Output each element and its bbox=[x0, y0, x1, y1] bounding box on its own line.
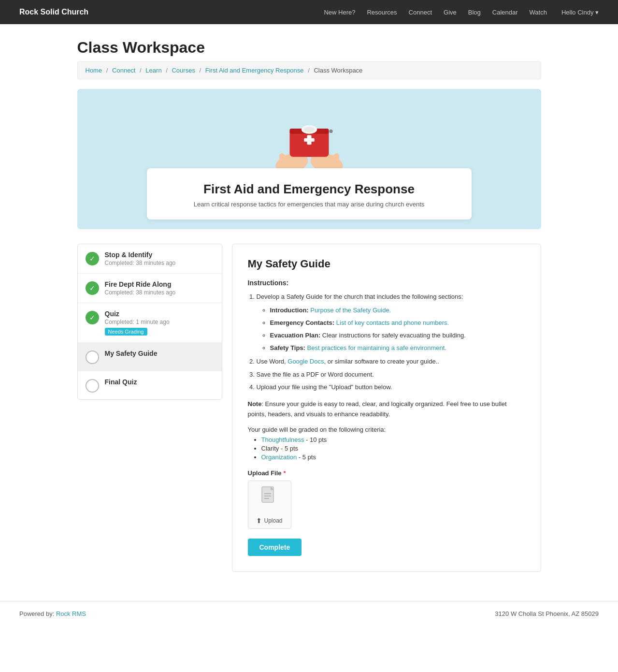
file-icon bbox=[261, 486, 278, 510]
breadcrumb-learn[interactable]: Learn bbox=[145, 67, 161, 74]
bullet-evacuation: Evacuation Plan: Clear instructions for … bbox=[270, 330, 525, 341]
note-text: Note: Ensure your guide is easy to read,… bbox=[248, 399, 525, 420]
sep5: / bbox=[308, 67, 310, 74]
item-title: Stop & Identify bbox=[105, 251, 176, 259]
item-sub: Completed: 38 minutes ago bbox=[105, 260, 176, 266]
item-sub: Completed: 38 minutes ago bbox=[105, 289, 176, 296]
nav-blog[interactable]: Blog bbox=[468, 9, 481, 16]
item-title: Final Quiz bbox=[105, 378, 137, 386]
nav-connect[interactable]: Connect bbox=[409, 9, 432, 16]
sidebar-item-content: Fire Dept Ride Along Completed: 38 minut… bbox=[105, 280, 176, 296]
item-title: Quiz bbox=[105, 310, 170, 318]
nav-calendar[interactable]: Calendar bbox=[492, 9, 518, 16]
nav-watch[interactable]: Watch bbox=[530, 9, 547, 16]
check-empty-icon bbox=[86, 351, 99, 364]
step-3: Save the file as a PDF or Word document. bbox=[257, 369, 525, 380]
nav-resources[interactable]: Resources bbox=[367, 9, 397, 16]
upload-box[interactable]: ⬆ Upload bbox=[248, 481, 291, 529]
sep1: / bbox=[106, 67, 108, 74]
breadcrumb-current: Class Workspace bbox=[314, 67, 362, 74]
page-container: Class Workspace Home / Connect / Learn /… bbox=[68, 24, 551, 601]
sidebar-item-content: Stop & Identify Completed: 38 minutes ag… bbox=[105, 251, 176, 266]
navbar: Rock Solid Church New Here? Resources Co… bbox=[0, 0, 618, 24]
upload-section: Upload File * ⬆ bbox=[248, 469, 525, 529]
breadcrumb: Home / Connect / Learn / Courses / First… bbox=[77, 61, 541, 79]
grading-intro: Your guide will be graded on the followi… bbox=[248, 426, 386, 433]
item-title: Fire Dept Ride Along bbox=[105, 280, 176, 288]
svg-point-8 bbox=[329, 130, 332, 133]
svg-rect-5 bbox=[307, 135, 311, 145]
instructions-text: Develop a Safety Guide for the church th… bbox=[248, 292, 525, 393]
upload-arrow-icon: ⬆ bbox=[256, 517, 262, 525]
bullet-intro: Introduction: Purpose of the Safety Guid… bbox=[270, 305, 525, 316]
sidebar: ✓ Stop & Identify Completed: 38 minutes … bbox=[77, 244, 222, 400]
step-2: Use Word, Google Docs, or similar softwa… bbox=[257, 356, 525, 367]
upload-label-text: Upload File bbox=[248, 469, 282, 477]
sep2: / bbox=[140, 67, 142, 74]
brand-name: Rock Solid Church bbox=[19, 8, 88, 16]
complete-button[interactable]: Complete bbox=[248, 539, 302, 556]
hero-subtitle: Learn critical response tactics for emer… bbox=[166, 201, 452, 208]
content-title: My Safety Guide bbox=[248, 258, 525, 270]
sidebar-item-content: Final Quiz bbox=[105, 378, 137, 386]
nav-give[interactable]: Give bbox=[444, 9, 457, 16]
sidebar-item-fire-dept[interactable]: ✓ Fire Dept Ride Along Completed: 38 min… bbox=[78, 274, 222, 303]
grading-criteria: Your guide will be graded on the followi… bbox=[248, 426, 525, 461]
instructions-label: Instructions: bbox=[248, 279, 525, 287]
hero-card: First Aid and Emergency Response Learn c… bbox=[147, 168, 472, 219]
sidebar-item-content: My Safety Guide bbox=[105, 350, 158, 357]
content-panel: My Safety Guide Instructions: Develop a … bbox=[232, 244, 541, 572]
sep4: / bbox=[200, 67, 201, 74]
grading-item-1: Thoughtfulness - 10 pts bbox=[261, 436, 525, 443]
svg-point-7 bbox=[304, 127, 315, 132]
grading-item-2: Clarity - 5 pts bbox=[261, 445, 525, 452]
check-empty-icon bbox=[86, 379, 99, 393]
upload-label-inner: Upload bbox=[264, 517, 282, 524]
sidebar-item-final-quiz[interactable]: Final Quiz bbox=[78, 371, 222, 399]
footer: Powered by: Rock RMS 3120 W Cholla St Ph… bbox=[0, 601, 618, 626]
sidebar-item-quiz[interactable]: ✓ Quiz Completed: 1 minute ago Needs Gra… bbox=[78, 303, 222, 343]
check-done-icon: ✓ bbox=[86, 252, 99, 265]
bullet-tips: Safety Tips: Best practices for maintain… bbox=[270, 343, 525, 353]
sep3: / bbox=[166, 67, 168, 74]
needs-grading-badge: Needs Grading bbox=[105, 328, 147, 336]
grading-item-3: Organization - 5 pts bbox=[261, 453, 525, 461]
check-done-icon: ✓ bbox=[86, 281, 99, 295]
sidebar-item-content: Quiz Completed: 1 minute ago Needs Gradi… bbox=[105, 310, 170, 336]
upload-button-text: ⬆ Upload bbox=[256, 517, 282, 525]
nav-new-here[interactable]: New Here? bbox=[324, 9, 355, 16]
user-menu[interactable]: Hello Cindy ▾ bbox=[561, 9, 599, 16]
step-4: Upload your file using the "Upload" butt… bbox=[257, 382, 525, 393]
bullet-contacts: Emergency Contacts: List of key contacts… bbox=[270, 318, 525, 328]
breadcrumb-courses[interactable]: Courses bbox=[172, 67, 195, 74]
main-layout: ✓ Stop & Identify Completed: 38 minutes … bbox=[77, 244, 541, 572]
required-star: * bbox=[284, 469, 286, 477]
hero-title: First Aid and Emergency Response bbox=[166, 182, 452, 197]
item-sub: Completed: 1 minute ago bbox=[105, 319, 170, 325]
rock-rms-link[interactable]: Rock RMS bbox=[56, 610, 86, 617]
breadcrumb-home[interactable]: Home bbox=[86, 67, 102, 74]
breadcrumb-course[interactable]: First Aid and Emergency Response bbox=[205, 67, 304, 74]
sidebar-item-safety-guide[interactable]: My Safety Guide bbox=[78, 343, 222, 371]
hero-illustration bbox=[266, 94, 353, 181]
footer-address: 3120 W Cholla St Phoenix, AZ 85029 bbox=[495, 610, 599, 617]
hero-banner: First Aid and Emergency Response Learn c… bbox=[77, 89, 541, 229]
powered-by-label: Powered by: bbox=[19, 610, 54, 617]
page-title: Class Workspace bbox=[77, 39, 541, 57]
breadcrumb-connect[interactable]: Connect bbox=[112, 67, 135, 74]
step-1: Develop a Safety Guide for the church th… bbox=[257, 292, 525, 353]
item-title: My Safety Guide bbox=[105, 350, 158, 357]
check-done-icon: ✓ bbox=[86, 311, 99, 324]
sidebar-item-stop-identify[interactable]: ✓ Stop & Identify Completed: 38 minutes … bbox=[78, 244, 222, 274]
nav-links: New Here? Resources Connect Give Blog Ca… bbox=[324, 8, 546, 16]
footer-left: Powered by: Rock RMS bbox=[19, 610, 86, 617]
upload-label: Upload File * bbox=[248, 469, 525, 477]
